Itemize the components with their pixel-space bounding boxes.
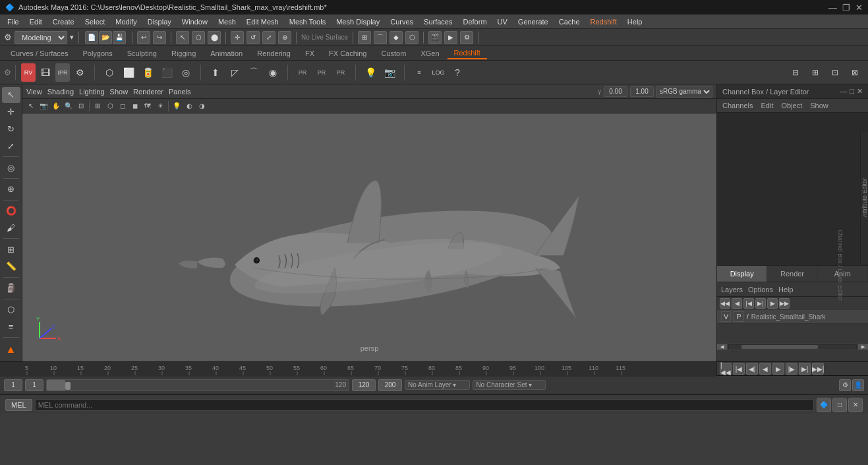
- layer-next-frame-btn[interactable]: ▶|: [755, 298, 766, 309]
- extrude-icon[interactable]: ⬆: [206, 63, 225, 82]
- render-icon[interactable]: 🎞: [36, 63, 55, 82]
- taskbar-item1[interactable]: 🔷: [817, 398, 831, 412]
- poly-cube-icon[interactable]: ⬜: [119, 63, 138, 82]
- menu-create[interactable]: Create: [48, 16, 79, 27]
- snap-grid-btn[interactable]: ⊞: [358, 31, 371, 44]
- maximize-btn[interactable]: ❐: [842, 3, 850, 13]
- settings-gear-icon[interactable]: ⚙: [4, 32, 12, 42]
- vp-solid-btn[interactable]: ◼: [129, 100, 141, 112]
- vp-wire-btn[interactable]: ◻: [117, 100, 129, 112]
- rotate-tool-btn[interactable]: ↻: [2, 121, 20, 137]
- workflow-dropdown[interactable]: Modeling: [14, 31, 67, 44]
- play-fwd-btn[interactable]: ▶: [772, 363, 784, 375]
- vp-show-menu[interactable]: Show: [110, 88, 129, 96]
- help-icon[interactable]: ?: [448, 63, 467, 82]
- tab-custom[interactable]: Custom: [375, 48, 413, 59]
- soft-select-btn[interactable]: ◎: [2, 160, 20, 175]
- minimize-btn[interactable]: —: [828, 3, 837, 13]
- menu-display[interactable]: Display: [143, 16, 176, 27]
- prev-frame-btn[interactable]: ◀|: [746, 363, 758, 375]
- menu-cache[interactable]: Cache: [554, 16, 585, 27]
- taskbar-item2[interactable]: □: [832, 398, 847, 412]
- vp-pan-btn[interactable]: ✋: [50, 100, 62, 112]
- poly-torus-icon[interactable]: ◎: [177, 63, 195, 82]
- redo-btn[interactable]: ↪: [153, 31, 166, 44]
- select-tool-btn[interactable]: ↖: [2, 87, 20, 103]
- render-tab[interactable]: Render: [767, 266, 817, 282]
- step-fwd-btn[interactable]: ▶|: [799, 363, 811, 375]
- layout-icon4[interactable]: ⊠: [846, 63, 864, 82]
- select-lasso-btn[interactable]: ⬡: [192, 31, 205, 44]
- lasso-select-btn[interactable]: ⭕: [2, 203, 20, 219]
- vp-view-menu[interactable]: View: [26, 88, 42, 96]
- pr-icon3[interactable]: PR: [332, 63, 350, 82]
- menu-mesh[interactable]: Mesh: [214, 16, 241, 27]
- close-btn[interactable]: ✕: [855, 3, 863, 13]
- snap-icon-btn[interactable]: ⊞: [2, 241, 20, 257]
- render-settings-btn[interactable]: ⚙: [460, 31, 473, 44]
- bevel-icon[interactable]: ◸: [225, 63, 244, 82]
- layer-btn[interactable]: ≡: [2, 319, 20, 334]
- redshift-icon-btn[interactable]: ▲: [2, 340, 20, 359]
- play-back-btn[interactable]: ◀: [759, 363, 771, 375]
- anim-settings-btn[interactable]: ⚙: [839, 379, 851, 391]
- poly-plane-icon[interactable]: ⬛: [158, 63, 176, 82]
- merge-icon[interactable]: ◉: [264, 63, 282, 82]
- rs-settings-icon[interactable]: ⚙: [71, 63, 89, 82]
- layout-icon2[interactable]: ⊞: [806, 63, 825, 82]
- menu-edit[interactable]: Edit: [25, 16, 47, 27]
- menu-redshift[interactable]: Redshift: [586, 16, 622, 27]
- move-btn[interactable]: ✛: [231, 31, 244, 44]
- display-tab[interactable]: Display: [717, 266, 767, 282]
- menu-generate[interactable]: Generate: [513, 16, 553, 27]
- pr-icon2[interactable]: PR: [312, 63, 331, 82]
- anim-char-btn[interactable]: 👤: [852, 379, 864, 391]
- coord-x-input[interactable]: [604, 86, 627, 97]
- poly-cyl-icon[interactable]: 🥫: [138, 63, 157, 82]
- tab-redshift[interactable]: Redshift: [448, 47, 487, 59]
- layout-icon1[interactable]: ⊟: [786, 63, 805, 82]
- menu-deform[interactable]: Deform: [458, 16, 491, 27]
- rotate-btn[interactable]: ↺: [246, 31, 260, 44]
- vp-zoom-btn[interactable]: 🔍: [63, 100, 74, 112]
- anim-layer-dropdown[interactable]: No Anim Layer ▾: [405, 380, 470, 390]
- vp-cam-btn[interactable]: 📷: [38, 100, 49, 112]
- tab-fx-caching[interactable]: FX Caching: [322, 48, 373, 59]
- rv-icon[interactable]: RV: [21, 63, 36, 82]
- layout-icon3[interactable]: ⊡: [826, 63, 844, 82]
- snap-surface-btn[interactable]: ⬡: [405, 31, 419, 44]
- char-set-dropdown[interactable]: No Character Set ▾: [473, 380, 546, 390]
- menu-uv[interactable]: UV: [493, 16, 512, 27]
- layer-next-btn[interactable]: ▶▶: [779, 298, 790, 309]
- menu-help[interactable]: Help: [623, 16, 647, 27]
- vp-poly-btn[interactable]: ⬡: [104, 100, 116, 112]
- sculpt-btn[interactable]: 🗿: [2, 280, 20, 296]
- vp-grid-btn[interactable]: ⊞: [92, 100, 103, 112]
- vp-panels-menu[interactable]: Panels: [169, 88, 191, 96]
- render-btn[interactable]: 🎬: [428, 31, 442, 44]
- options-menu[interactable]: Options: [748, 286, 773, 294]
- menu-edit-mesh[interactable]: Edit Mesh: [242, 16, 283, 27]
- start-frame-input[interactable]: [4, 379, 22, 391]
- tab-rendering[interactable]: Rendering: [250, 48, 297, 59]
- edit-tab[interactable]: Edit: [761, 102, 773, 109]
- script-icon[interactable]: ≡: [410, 63, 428, 82]
- rp-min-btn[interactable]: —: [840, 87, 847, 96]
- log-icon[interactable]: LOG: [429, 63, 448, 82]
- camera-icon[interactable]: 📷: [380, 63, 399, 82]
- vp-shadow-btn[interactable]: 💡: [171, 100, 183, 112]
- attribute-editor-tab[interactable]: Attribute Editor: [861, 178, 868, 218]
- menu-window[interactable]: Window: [177, 16, 212, 27]
- menu-select[interactable]: Select: [80, 16, 110, 27]
- viewport-canvas[interactable]: X Y Z persp: [22, 113, 716, 361]
- menu-modify[interactable]: Modify: [111, 16, 141, 27]
- skip-end-btn[interactable]: ▶▶|: [812, 363, 824, 375]
- rp-close-btn[interactable]: ✕: [857, 87, 863, 96]
- layer-prev-btn[interactable]: ◀◀: [720, 298, 730, 309]
- vp-light-btn[interactable]: ☀: [154, 100, 166, 112]
- undo-btn[interactable]: ↩: [137, 31, 150, 44]
- tab-curves-surfaces[interactable]: Curves / Surfaces: [4, 48, 74, 59]
- vp-shading-menu[interactable]: Shading: [47, 88, 74, 96]
- show-tab[interactable]: Show: [810, 102, 828, 109]
- transform-btn[interactable]: ⊕: [278, 31, 291, 44]
